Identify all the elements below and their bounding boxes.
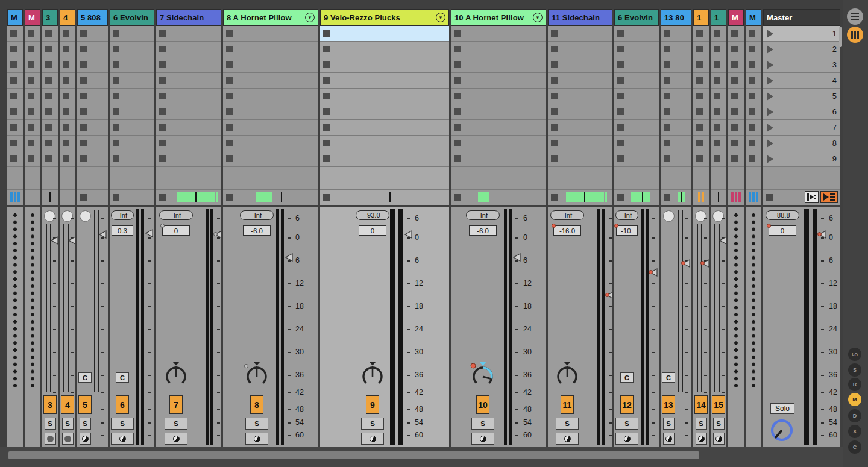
track-activator-button[interactable]: 8 bbox=[250, 395, 263, 414]
clip-stop-button[interactable] bbox=[80, 30, 87, 37]
clip-slot[interactable] bbox=[223, 136, 318, 151]
scene-play-icon[interactable] bbox=[767, 124, 773, 132]
track-activator-button[interactable]: 15 bbox=[712, 395, 725, 414]
clip-slot[interactable] bbox=[42, 151, 58, 167]
clip-stop-button[interactable] bbox=[45, 61, 52, 68]
clip-stop-button[interactable] bbox=[226, 108, 233, 115]
clip-slot[interactable] bbox=[728, 104, 744, 120]
scene-row[interactable]: 1 bbox=[763, 26, 840, 42]
clip-stop-button[interactable] bbox=[10, 124, 17, 131]
clip-stop-button[interactable] bbox=[731, 140, 738, 146]
clip-slot[interactable] bbox=[548, 120, 612, 136]
clip-stop-button[interactable] bbox=[159, 124, 166, 131]
clip-slot[interactable] bbox=[110, 26, 154, 42]
clip-slot[interactable] bbox=[42, 104, 58, 120]
track-activator-button[interactable]: 3 bbox=[43, 395, 57, 414]
solo-button[interactable]: S bbox=[471, 418, 494, 430]
clip-stop-button[interactable] bbox=[10, 77, 17, 84]
clip-slot[interactable] bbox=[110, 73, 154, 89]
clip-stop-button[interactable] bbox=[63, 108, 69, 115]
scene-scrollbar[interactable] bbox=[839, 27, 842, 47]
clip-slot[interactable] bbox=[548, 136, 612, 151]
clip-slot[interactable] bbox=[60, 73, 75, 89]
solo-button[interactable]: S bbox=[62, 418, 74, 430]
clip-stop-button[interactable] bbox=[80, 61, 87, 68]
clip-slot[interactable] bbox=[451, 57, 546, 73]
clip-slot[interactable] bbox=[711, 26, 726, 42]
clip-slot[interactable] bbox=[614, 42, 659, 57]
pan-knob[interactable] bbox=[44, 210, 55, 222]
clip-stop-button[interactable] bbox=[10, 46, 17, 52]
clip-stop-button[interactable] bbox=[714, 46, 720, 52]
clip-slot[interactable] bbox=[223, 104, 318, 120]
solo-button[interactable]: S bbox=[45, 418, 56, 430]
clip-stop-button[interactable] bbox=[664, 155, 670, 162]
clip-slot[interactable] bbox=[548, 73, 612, 89]
scene-play-icon[interactable] bbox=[767, 92, 773, 101]
track-header[interactable]: M bbox=[25, 9, 40, 26]
track-header[interactable]: 11 Sidechain bbox=[548, 9, 612, 26]
clip-slot[interactable] bbox=[156, 136, 221, 151]
clip-stop-button[interactable] bbox=[714, 30, 720, 37]
clip-stop-button[interactable] bbox=[617, 124, 624, 131]
volume-fader-handle[interactable] bbox=[99, 230, 107, 239]
clip-slot[interactable] bbox=[156, 120, 221, 136]
arm-button[interactable] bbox=[45, 433, 56, 445]
clip-stop-button[interactable] bbox=[696, 140, 703, 146]
volume-fader-track[interactable] bbox=[63, 224, 69, 392]
clip-stop-button[interactable] bbox=[28, 155, 34, 162]
clip-dropdown-icon[interactable]: ▼ bbox=[305, 13, 315, 22]
clip-slot[interactable] bbox=[42, 42, 58, 57]
clip-slot[interactable] bbox=[60, 57, 75, 73]
solo-button[interactable]: S bbox=[556, 418, 579, 430]
scene-row[interactable]: 8 bbox=[763, 136, 840, 151]
clip-slot[interactable] bbox=[614, 120, 659, 136]
clip-slot[interactable] bbox=[25, 73, 40, 89]
clip-slot[interactable] bbox=[614, 73, 659, 89]
clip-slot[interactable] bbox=[223, 151, 318, 167]
track-header[interactable]: 9 Velo-Rezzo Plucks▼ bbox=[320, 9, 449, 26]
clip-stop-button[interactable] bbox=[749, 61, 755, 68]
clip-stop-button[interactable] bbox=[664, 108, 670, 115]
clip-stop-button[interactable] bbox=[113, 46, 119, 52]
clip-stop-button[interactable] bbox=[454, 108, 461, 115]
scene-row[interactable]: 5 bbox=[763, 89, 840, 104]
clip-stop-button[interactable] bbox=[714, 155, 720, 162]
volume-fader-track[interactable] bbox=[697, 224, 702, 392]
clip-slot[interactable] bbox=[320, 57, 449, 73]
clip-stop-all-button[interactable] bbox=[323, 194, 330, 201]
clip-stop-button[interactable] bbox=[551, 77, 558, 84]
clip-slot[interactable] bbox=[661, 73, 691, 89]
clip-stop-button[interactable] bbox=[696, 108, 703, 115]
clip-slot[interactable] bbox=[156, 26, 221, 42]
clip-slot[interactable] bbox=[614, 151, 659, 167]
clip-stop-button[interactable] bbox=[113, 77, 119, 84]
clip-stop-button[interactable] bbox=[731, 46, 738, 52]
clip-slot[interactable] bbox=[320, 136, 449, 151]
solo-button[interactable]: S bbox=[663, 418, 675, 430]
clip-stop-button[interactable] bbox=[28, 124, 34, 131]
clip-stop-button[interactable] bbox=[80, 108, 87, 115]
clip-stop-button[interactable] bbox=[159, 140, 166, 146]
clip-slot[interactable] bbox=[728, 26, 744, 42]
scene-row[interactable]: 2 bbox=[763, 42, 840, 57]
track-header[interactable]: M bbox=[728, 9, 744, 26]
clip-stop-button[interactable] bbox=[731, 124, 738, 131]
clip-slot[interactable] bbox=[42, 120, 58, 136]
clip-slot[interactable] bbox=[110, 42, 154, 57]
arm-button[interactable] bbox=[663, 433, 675, 445]
clip-stop-button[interactable] bbox=[731, 61, 738, 68]
clip-slot[interactable] bbox=[77, 136, 108, 151]
clip-stop-button[interactable] bbox=[454, 30, 461, 37]
clip-stop-button[interactable] bbox=[551, 140, 558, 146]
track-header[interactable]: 7 Sidechain bbox=[156, 9, 221, 26]
volume-fader-track[interactable] bbox=[46, 224, 51, 392]
volume-fader-handle[interactable] bbox=[51, 236, 58, 245]
volume-field[interactable]: 0 bbox=[769, 225, 796, 236]
scene-row[interactable]: 9 bbox=[763, 151, 840, 167]
clip-stop-button[interactable] bbox=[731, 155, 738, 162]
clip-stop-button[interactable] bbox=[323, 46, 330, 52]
toggle-s[interactable]: S bbox=[848, 363, 861, 377]
clip-slot[interactable] bbox=[77, 26, 108, 42]
clip-slot[interactable] bbox=[77, 73, 108, 89]
